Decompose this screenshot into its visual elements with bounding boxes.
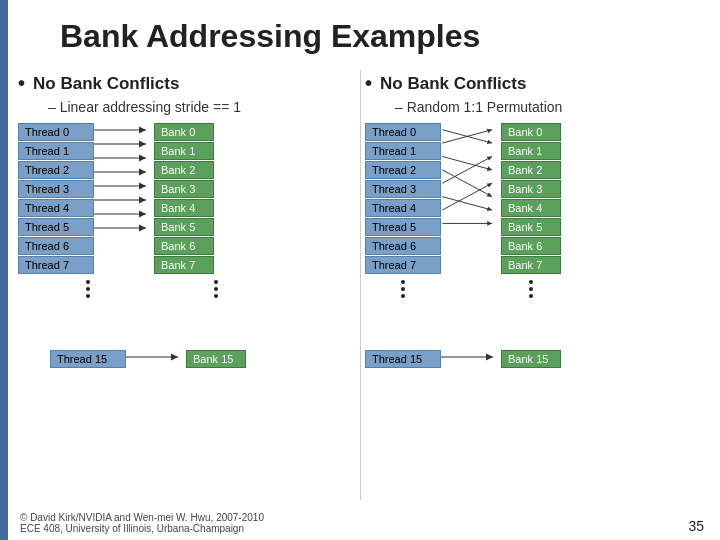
right-thread-0: Thread 0 (365, 123, 441, 141)
right-dots-row (365, 278, 713, 298)
right-bank-7: Bank 7 (501, 256, 561, 274)
dot (401, 287, 405, 291)
right-bank-6: Bank 6 (501, 237, 561, 255)
left-thread-2: Thread 2 (18, 161, 94, 179)
right-thread-6: Thread 6 (365, 237, 441, 255)
right-last-row: Thread 15 Bank 15 (365, 302, 713, 412)
right-bank-0: Bank 0 (501, 123, 561, 141)
right-thread-5: Thread 5 (365, 218, 441, 236)
dot (529, 294, 533, 298)
left-bank-col: Bank 0 Bank 1 Bank 2 Bank 3 Bank 4 Bank … (154, 123, 214, 274)
right-heading: No Bank Conflicts (380, 74, 526, 94)
right-thread-4: Thread 4 (365, 199, 441, 217)
right-thread-1: Thread 1 (365, 142, 441, 160)
svg-line-12 (442, 170, 492, 197)
right-bank-5: Bank 5 (501, 218, 561, 236)
right-panel: • No Bank Conflicts – Random 1:1 Permuta… (365, 72, 713, 498)
divider (360, 70, 361, 500)
left-bank-3: Bank 3 (154, 180, 214, 198)
dot (214, 294, 218, 298)
accent-bar (0, 0, 8, 540)
left-bank-2: Bank 2 (154, 161, 214, 179)
left-sub-text: Linear addressing stride == 1 (60, 99, 241, 115)
right-thread-15: Thread 15 (365, 350, 441, 368)
dot (86, 280, 90, 284)
left-thread-7: Thread 7 (18, 256, 94, 274)
svg-line-11 (442, 156, 492, 169)
right-bank-15: Bank 15 (501, 350, 561, 368)
right-thread-7: Thread 7 (365, 256, 441, 274)
footer-text: © David Kirk/NVIDIA and Wen-mei W. Hwu, … (20, 512, 264, 534)
right-thread-3: Thread 3 (365, 180, 441, 198)
svg-line-15 (442, 183, 492, 210)
dot (214, 287, 218, 291)
left-last-row: Thread 15 Bank 15 (18, 302, 358, 412)
left-thread-col: Thread 0 Thread 1 Thread 2 Thread 3 Thre… (18, 123, 94, 274)
left-panel-title: • No Bank Conflicts (18, 72, 358, 95)
right-thread-2: Thread 2 (365, 161, 441, 179)
right-bank-3: Bank 3 (501, 180, 561, 198)
left-bank-4: Bank 4 (154, 199, 214, 217)
left-dots-row (18, 278, 358, 298)
left-thread-4: Thread 4 (18, 199, 94, 217)
right-cross-arrows (441, 123, 501, 233)
left-thread-15: Thread 15 (50, 350, 126, 368)
left-heading: No Bank Conflicts (33, 74, 179, 94)
left-bank-15: Bank 15 (186, 350, 246, 368)
left-thread-3: Thread 3 (18, 180, 94, 198)
left-diagram: Thread 0 Thread 1 Thread 2 Thread 3 Thre… (18, 123, 358, 274)
right-bank-dots (501, 278, 561, 298)
left-thread-0: Thread 0 (18, 123, 94, 141)
dot (214, 280, 218, 284)
right-last-arrow (441, 302, 501, 412)
left-thread-6: Thread 6 (18, 237, 94, 255)
left-panel: • No Bank Conflicts – Linear addressing … (18, 72, 358, 498)
right-thread-dots (365, 278, 441, 298)
right-bank-2: Bank 2 (501, 161, 561, 179)
left-bank-7: Bank 7 (154, 256, 214, 274)
footer-line2: ECE 408, University of Illinois, Urbana-… (20, 523, 244, 534)
page-title: Bank Addressing Examples (60, 18, 480, 55)
footer-line1: © David Kirk/NVIDIA and Wen-mei W. Hwu, … (20, 512, 264, 523)
left-sub: – Linear addressing stride == 1 (48, 99, 358, 115)
svg-line-14 (442, 197, 492, 210)
left-thread-dots (50, 278, 126, 298)
dot (86, 287, 90, 291)
page-number: 35 (688, 518, 704, 534)
left-bank-0: Bank 0 (154, 123, 214, 141)
dot (401, 294, 405, 298)
right-bank-col: Bank 0 Bank 1 Bank 2 Bank 3 Bank 4 Bank … (501, 123, 561, 274)
left-bank-6: Bank 6 (154, 237, 214, 255)
dot (86, 294, 90, 298)
right-bank-4: Bank 4 (501, 199, 561, 217)
right-diagram: Thread 0 Thread 1 Thread 2 Thread 3 Thre… (365, 123, 713, 274)
right-bullet: • (365, 72, 372, 95)
left-bank-dots (186, 278, 246, 298)
left-last-arrow (126, 302, 186, 412)
right-sub-text: Random 1:1 Permutation (407, 99, 563, 115)
dot (529, 287, 533, 291)
right-sub: – Random 1:1 Permutation (395, 99, 713, 115)
left-arrows (94, 123, 154, 233)
right-thread-col: Thread 0 Thread 1 Thread 2 Thread 3 Thre… (365, 123, 441, 274)
right-bank-1: Bank 1 (501, 142, 561, 160)
svg-line-13 (442, 156, 492, 183)
dot (529, 280, 533, 284)
left-bullet: • (18, 72, 25, 95)
left-bank-5: Bank 5 (154, 218, 214, 236)
right-panel-title: • No Bank Conflicts (365, 72, 713, 95)
left-thread-5: Thread 5 (18, 218, 94, 236)
left-bank-1: Bank 1 (154, 142, 214, 160)
dot (401, 280, 405, 284)
left-thread-1: Thread 1 (18, 142, 94, 160)
